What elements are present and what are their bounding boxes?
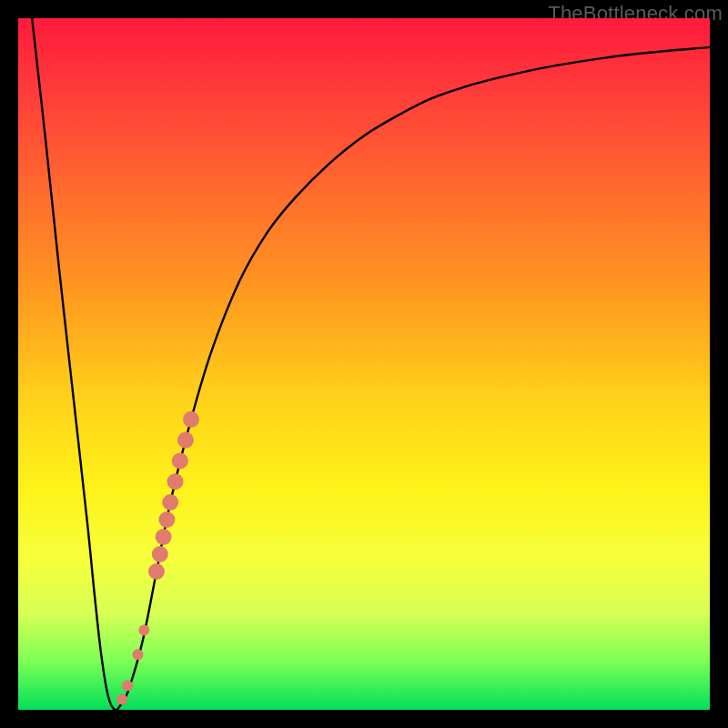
highlight-dots [116,411,199,705]
highlight-dot [167,473,184,490]
highlight-dot [162,494,178,511]
highlight-dot [122,680,133,691]
highlight-dot [158,511,175,528]
highlight-dot [138,625,149,636]
highlight-dot [177,432,194,449]
highlight-dot [172,452,188,469]
highlight-dot [156,529,172,545]
chart-svg [18,18,710,710]
highlight-dot [148,563,165,580]
bottleneck-curve [32,18,710,710]
highlight-dot [116,694,127,705]
plot-area [18,18,710,710]
highlight-dot [152,546,168,562]
highlight-dot [183,411,199,428]
highlight-dot [132,649,143,660]
chart-frame: TheBottleneck.com [0,0,728,728]
